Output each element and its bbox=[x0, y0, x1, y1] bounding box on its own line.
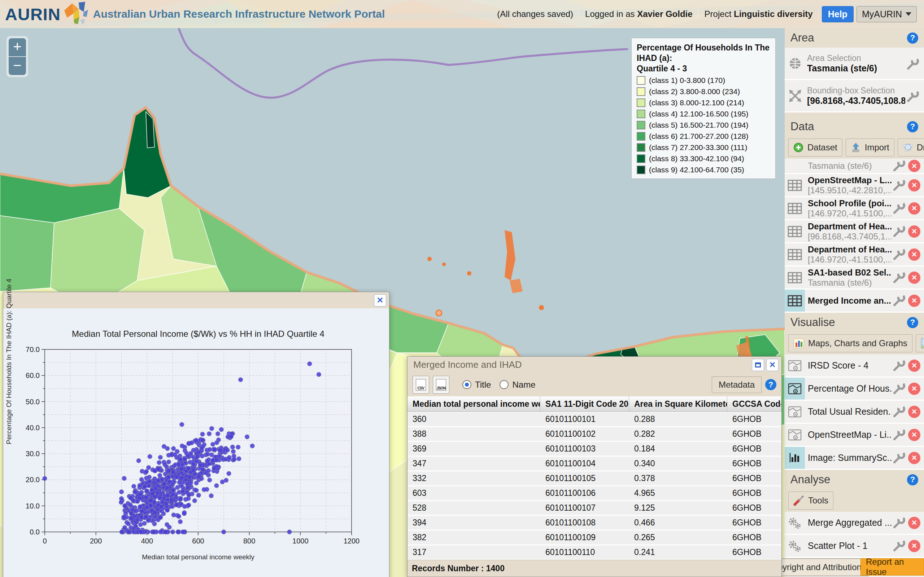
zoom-in-button[interactable]: + bbox=[9, 38, 26, 57]
visualise-layer-row[interactable]: Percentage Of Hous... ✕ bbox=[785, 377, 924, 401]
remove-icon[interactable]: ✕ bbox=[908, 406, 921, 418]
table-window-titlebar[interactable]: Merged Income and IHAD ✕ bbox=[407, 357, 782, 373]
report-issue-button[interactable]: Report an Issue bbox=[861, 558, 924, 575]
help-icon[interactable]: ? bbox=[765, 379, 776, 390]
remove-icon[interactable]: ✕ bbox=[908, 540, 921, 552]
help-button[interactable]: Help bbox=[822, 6, 854, 23]
zoom-out-button[interactable]: − bbox=[9, 57, 26, 75]
bounding-box-row[interactable]: Bounding-box Selection [96.8168,-43.7405… bbox=[785, 80, 924, 113]
help-icon[interactable]: ? bbox=[907, 32, 918, 44]
analysis-item-row[interactable]: Merge Aggregated ... ✕ bbox=[785, 512, 924, 535]
table-cell: 6GHOB bbox=[727, 503, 782, 513]
configure-icon[interactable] bbox=[892, 247, 906, 263]
legend-row: (class 7) 27.200-33.300 (111) bbox=[637, 143, 770, 152]
dataset-row[interactable]: SA1-based B02 Sel...Tasmania (ste/6) ✕ bbox=[785, 266, 924, 290]
configure-icon[interactable] bbox=[892, 200, 906, 216]
table-row[interactable]: 528601011001079.1256GHOB bbox=[407, 501, 782, 515]
area-selection-row[interactable]: Area Selection Tasmania (ste/6) bbox=[785, 48, 924, 80]
legend-row: (class 5) 16.500-21.700 (194) bbox=[637, 121, 770, 129]
table-row[interactable]: 388601011001020.2826GHOB bbox=[407, 427, 782, 441]
list-item-text: Merged Income an... bbox=[805, 296, 892, 306]
help-icon[interactable]: ? bbox=[907, 317, 918, 328]
radio-name[interactable] bbox=[499, 380, 509, 389]
aurin-portal: { "header": { "brand": "AURIN", "title":… bbox=[0, 0, 924, 577]
column-header[interactable]: Area in Square Kilometers bbox=[629, 396, 727, 411]
column-header[interactable]: Median total personal income weekly bbox=[407, 396, 540, 411]
visualise-layer-row[interactable]: Image: SummarySc... ✕ bbox=[785, 447, 924, 470]
remove-icon[interactable]: ✕ bbox=[908, 359, 921, 372]
close-button[interactable]: ✕ bbox=[766, 359, 779, 371]
visualise-layer-row[interactable]: Total Usual Residen... ✕ bbox=[785, 401, 924, 424]
table-row[interactable]: 347601011001040.3406GHOB bbox=[407, 457, 782, 470]
map-button[interactable]: Map bbox=[916, 334, 924, 352]
configure-icon[interactable] bbox=[892, 270, 906, 285]
table-row[interactable]: 360601011001010.2886GHOB bbox=[407, 413, 782, 426]
dataset-row[interactable]: Department of Hea...[146.9720,-41.5100,.… bbox=[785, 243, 924, 266]
configure-icon[interactable] bbox=[892, 538, 906, 554]
configure-icon[interactable] bbox=[892, 293, 906, 309]
analysis-item-row[interactable]: Scatter Plot - 1 ✕ bbox=[785, 535, 924, 558]
column-header[interactable]: GCCSA Code 2016 bbox=[727, 396, 782, 411]
configure-icon[interactable] bbox=[892, 427, 906, 443]
remove-icon[interactable]: ✕ bbox=[908, 295, 921, 307]
remove-icon[interactable]: ✕ bbox=[908, 226, 921, 238]
export-csv-button[interactable]: CSV bbox=[412, 376, 429, 394]
table-header-row: Median total personal income weeklySA1 1… bbox=[407, 396, 782, 412]
table-row[interactable]: 382601011001090.2656GHOB bbox=[407, 531, 782, 544]
draw-button[interactable]: Draw bbox=[898, 139, 924, 156]
visualise-layer-row[interactable]: IRSD Score - 4 ✕ bbox=[785, 355, 924, 377]
metadata-button[interactable]: Metadata bbox=[712, 377, 762, 393]
help-icon[interactable]: ? bbox=[907, 121, 918, 132]
table-row[interactable]: 317601011001100.2416GHOB bbox=[407, 546, 782, 559]
dataset-row[interactable]: Tasmania (ste/6) ✕ bbox=[785, 159, 924, 174]
import-button[interactable]: Import bbox=[846, 139, 894, 156]
export-json-button[interactable]: JSON bbox=[433, 376, 449, 394]
table-toolbar: CSV JSON Title Name Metadata ? bbox=[407, 373, 782, 396]
table-row[interactable]: 332601011001050.3786GHOB bbox=[407, 472, 782, 485]
dataset-row[interactable]: OpenStreetMap - L...[145.9510,-42.2810,.… bbox=[785, 174, 924, 197]
maps-charts-graphs-button[interactable]: Maps, Charts and Graphs bbox=[788, 334, 913, 352]
configure-icon[interactable] bbox=[892, 358, 906, 374]
configure-icon[interactable] bbox=[892, 381, 906, 397]
myaurin-menu-button[interactable]: MyAURIN bbox=[856, 6, 917, 23]
bounding-box-label: Bounding-box Selection bbox=[807, 86, 905, 95]
remove-icon[interactable]: ✕ bbox=[908, 452, 921, 464]
configure-icon[interactable] bbox=[905, 56, 920, 71]
remove-icon[interactable]: ✕ bbox=[908, 202, 921, 214]
restore-button[interactable] bbox=[752, 359, 764, 371]
column-header[interactable]: SA1 11-Digit Code 2016 bbox=[540, 396, 629, 411]
configure-icon[interactable] bbox=[892, 177, 906, 193]
table-body[interactable]: 360601011001010.2886GHOB388601011001020.… bbox=[407, 412, 782, 560]
list-item-subtitle: [146.9720,-41.5100,... bbox=[808, 208, 892, 219]
remove-icon[interactable]: ✕ bbox=[908, 272, 921, 284]
dataset-row[interactable]: Merged Income an... ✕ bbox=[785, 290, 924, 313]
remove-icon[interactable]: ✕ bbox=[908, 160, 921, 172]
remove-icon[interactable]: ✕ bbox=[908, 179, 921, 192]
close-button[interactable]: ✕ bbox=[374, 294, 386, 306]
remove-icon[interactable]: ✕ bbox=[908, 517, 921, 529]
tools-button[interactable]: Tools bbox=[788, 492, 834, 509]
remove-icon[interactable]: ✕ bbox=[908, 429, 921, 441]
configure-icon[interactable] bbox=[905, 89, 920, 103]
table-cell: 6GHOB bbox=[727, 429, 782, 439]
configure-icon[interactable] bbox=[892, 515, 906, 531]
dataset-row[interactable]: Department of Hea...[96.8168,-43.7405,1.… bbox=[785, 220, 924, 243]
dataset-row[interactable]: School Profile (poi...[146.9720,-41.5100… bbox=[785, 197, 924, 220]
add-dataset-button[interactable]: Dataset bbox=[788, 139, 842, 156]
help-icon[interactable]: ? bbox=[907, 474, 918, 485]
table-row[interactable]: 603601011001064.9656GHOB bbox=[407, 487, 782, 500]
configure-icon[interactable] bbox=[892, 224, 906, 239]
analyse-buttons: Tools bbox=[785, 489, 924, 512]
configure-icon[interactable] bbox=[892, 404, 906, 420]
remove-icon[interactable]: ✕ bbox=[908, 383, 921, 395]
radio-title[interactable] bbox=[462, 380, 472, 389]
visualise-layer-row[interactable]: OpenStreetMap - Li... ✕ bbox=[785, 424, 924, 447]
remove-icon[interactable]: ✕ bbox=[908, 248, 921, 261]
scatter-plot[interactable]: 0200400600800100012000.010.020.030.040.0… bbox=[45, 350, 352, 532]
configure-icon[interactable] bbox=[892, 450, 906, 466]
configure-icon[interactable] bbox=[892, 159, 906, 174]
table-row[interactable]: 394601011001080.4666GHOB bbox=[407, 516, 782, 529]
list-item-text: OpenStreetMap - Li... bbox=[805, 429, 892, 440]
scatter-window-titlebar[interactable]: ✕ bbox=[3, 292, 389, 308]
table-row[interactable]: 369601011001030.1846GHOB bbox=[407, 442, 782, 456]
